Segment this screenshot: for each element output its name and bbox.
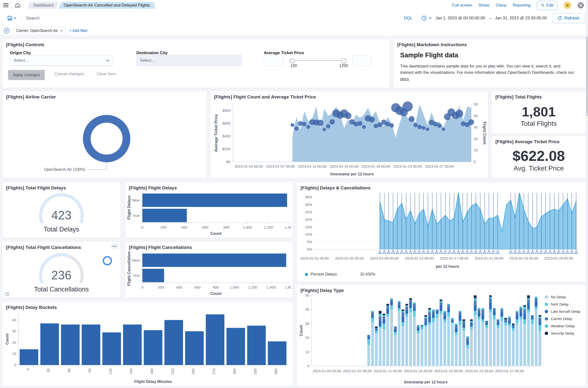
delays-cancellations-chart: 0%5%10%15%20%25%30%35%2023-01-01 00:0020… bbox=[299, 191, 584, 270]
edit-button[interactable]: ✎Edit bbox=[537, 1, 558, 10]
menu-button[interactable] bbox=[0, 0, 12, 11]
panel-title: [Flights] Flight Delays bbox=[125, 182, 293, 191]
svg-text:30: 30 bbox=[305, 321, 309, 326]
full-screen-link[interactable]: Full screen bbox=[452, 3, 472, 8]
svg-text:Flight Cancellations: Flight Cancellations bbox=[127, 251, 131, 286]
cancel-changes-button[interactable]: Cancel changes bbox=[53, 71, 85, 77]
percent-delays-legend[interactable]: Percent Delays 32.432% bbox=[305, 272, 376, 276]
total-flights-label: Total Flights bbox=[492, 120, 586, 127]
scrollbar-track[interactable] bbox=[586, 0, 588, 388]
price-max-input[interactable] bbox=[352, 55, 372, 66]
panel-menu-icon[interactable]: ▪▪▪ bbox=[111, 243, 118, 249]
time-picker-button[interactable] bbox=[418, 13, 435, 23]
delay-type-legend[interactable]: No DelayNAS DelayLate Aircraft DelayCarr… bbox=[545, 295, 581, 335]
refresh-button[interactable]: Refresh bbox=[552, 13, 585, 23]
svg-text:Count: Count bbox=[299, 325, 303, 336]
destination-city-select[interactable]: Select... bbox=[136, 55, 242, 66]
svg-text:360: 360 bbox=[274, 368, 278, 374]
breadcrumb-dashboard[interactable]: Dashboard bbox=[28, 2, 59, 9]
price-slider-min-label: 100 bbox=[290, 64, 297, 68]
markdown-body: This dashboard contains sample data for … bbox=[400, 63, 574, 82]
legend-label: Weather Delay bbox=[551, 324, 575, 328]
loading-spinner bbox=[103, 256, 112, 265]
svg-text:400: 400 bbox=[176, 285, 182, 289]
breadcrumb-current: OpenSearch-Air Cancelled and Delayed Fli… bbox=[58, 2, 155, 9]
legend-dot bbox=[545, 317, 548, 320]
add-filter-link[interactable]: + Add filter bbox=[69, 28, 88, 33]
legend-item[interactable]: No Delay bbox=[545, 295, 581, 299]
svg-text:2023-01-07 00:00: 2023-01-07 00:00 bbox=[266, 164, 295, 168]
markdown-heading: Sample Flight data bbox=[400, 51, 458, 59]
svg-text:OpenSearch-Air (100%): OpenSearch-Air (100%) bbox=[44, 167, 85, 171]
svg-text:90: 90 bbox=[88, 368, 92, 372]
filter-remove-icon[interactable]: × bbox=[60, 28, 63, 33]
chevron-down-icon bbox=[429, 17, 431, 19]
panel-avg-ticket-price: [Flights] Average Ticket Price $622.08 A… bbox=[491, 136, 586, 178]
svg-text:200: 200 bbox=[160, 225, 166, 229]
svg-text:2023-01-11 00:00: 2023-01-11 00:00 bbox=[298, 164, 326, 168]
legend-item[interactable]: Late Aircraft Delay bbox=[545, 309, 581, 314]
legend-label: NAS Delay bbox=[551, 302, 568, 306]
svg-text:$200: $200 bbox=[223, 147, 230, 151]
legend-label: Security Delay bbox=[551, 331, 574, 335]
share-link[interactable]: Share bbox=[478, 3, 489, 8]
avg-ticket-price-label: Avg. Ticket Price bbox=[492, 165, 586, 172]
svg-text:10: 10 bbox=[474, 148, 478, 152]
docs-link[interactable]: docs bbox=[400, 77, 409, 81]
avatar[interactable]: a bbox=[564, 2, 571, 9]
svg-text:2023-01-23 00:00: 2023-01-23 00:00 bbox=[393, 164, 422, 168]
search-input[interactable] bbox=[21, 16, 399, 21]
legend-item[interactable]: Weather Delay bbox=[545, 324, 581, 328]
svg-text:20%: 20% bbox=[305, 218, 312, 221]
legend-item[interactable]: NAS Delay bbox=[545, 302, 581, 306]
svg-text:240: 240 bbox=[191, 368, 195, 374]
total-cancellations-label: Total Cancellations bbox=[2, 286, 121, 293]
saved-query-button[interactable] bbox=[3, 13, 21, 23]
dql-toggle[interactable]: DQL bbox=[399, 13, 418, 23]
svg-text:2023-01-29 00:00: 2023-01-29 00:00 bbox=[544, 256, 573, 260]
svg-text:Flight Delays: Flight Delays bbox=[127, 195, 131, 220]
apply-changes-button[interactable]: Apply changes bbox=[8, 70, 45, 80]
origin-city-select[interactable]: Select... bbox=[10, 55, 113, 66]
panel-delay-type: [Flights] Delay Type 010203040502023-01-… bbox=[296, 285, 586, 387]
svg-text:400: 400 bbox=[181, 225, 187, 229]
svg-text:false: false bbox=[132, 198, 140, 202]
scrollbar-thumb[interactable] bbox=[586, 36, 588, 116]
panel-title: [Flights] Controls bbox=[2, 39, 389, 48]
price-slider-handle-max[interactable] bbox=[341, 58, 346, 63]
svg-text:2023-01-09 00:00: 2023-01-09 00:00 bbox=[370, 256, 398, 260]
svg-text:Flight Delay Minutes: Flight Delay Minutes bbox=[134, 380, 172, 384]
legend-toggle-icon[interactable] bbox=[5, 292, 9, 296]
home-icon bbox=[15, 3, 20, 8]
price-min-input[interactable] bbox=[264, 55, 283, 66]
reporting-link[interactable]: Reporting bbox=[513, 3, 531, 8]
svg-text:Count: Count bbox=[5, 333, 9, 345]
date-to[interactable]: Jan 31, 2023 @ 23:30:00.00 bbox=[495, 16, 547, 21]
price-slider-handle-min[interactable] bbox=[290, 58, 295, 63]
svg-text:false: false bbox=[132, 258, 140, 262]
date-range[interactable]: Jan 1, 2023 @ 00:00:00.00 → Jan 31, 2023… bbox=[435, 16, 552, 21]
delay-type-stacked-chart: 010203040502023-01-03 00:002023-01-07 00… bbox=[299, 292, 541, 385]
filter-chip-carrier[interactable]: Carrier: OpenSearch-Air × bbox=[13, 27, 66, 35]
svg-text:20: 20 bbox=[12, 340, 16, 344]
home-button[interactable] bbox=[12, 0, 24, 11]
clear-form-button[interactable]: Clear form bbox=[95, 71, 117, 77]
legend-label: Percent Delays bbox=[311, 272, 337, 276]
panel-flight-count-price: [Flights] Flight Count and Average Ticke… bbox=[210, 91, 488, 178]
legend-item[interactable]: Security Delay bbox=[545, 331, 581, 335]
price-slider-track[interactable] bbox=[291, 60, 345, 61]
svg-text:2023-01-25 00:00: 2023-01-25 00:00 bbox=[509, 256, 538, 260]
clone-link[interactable]: Clone bbox=[496, 3, 506, 8]
pencil-icon: ✎ bbox=[541, 3, 544, 8]
total-delays-value: 423 bbox=[2, 208, 121, 222]
svg-text:25%: 25% bbox=[305, 210, 312, 214]
date-from[interactable]: Jan 1, 2023 @ 00:00:00.00 bbox=[435, 16, 485, 21]
chevron-down-icon bbox=[106, 59, 109, 62]
svg-text:50: 50 bbox=[305, 293, 309, 297]
svg-text:5%: 5% bbox=[307, 240, 312, 244]
filter-icon[interactable] bbox=[3, 27, 10, 34]
legend-item[interactable]: Carrier Delay bbox=[545, 317, 581, 321]
svg-text:0: 0 bbox=[474, 160, 475, 164]
help-icon[interactable] bbox=[577, 2, 584, 9]
svg-text:2023-01-01 00:00: 2023-01-01 00:00 bbox=[300, 256, 329, 260]
